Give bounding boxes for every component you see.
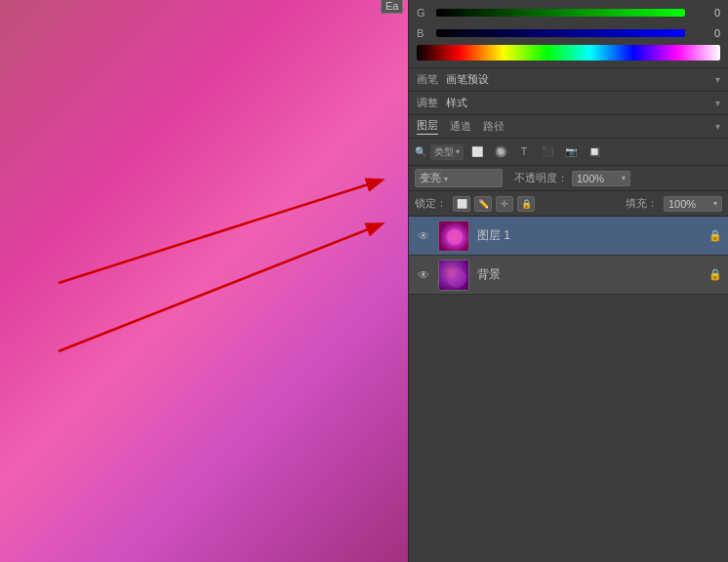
lock-row: 锁定： ⬜ ✏️ ✛ 🔒 填充： 100% ▾: [409, 191, 728, 217]
layer1-thumbnail: [438, 221, 469, 252]
layers-panel: 图层 通道 路径 ▾ 🔍 类型 ▾ ⬜ 🔘 T ⬛ 📷 🔲: [409, 115, 728, 562]
canvas-area: [0, 0, 408, 562]
lock-icons-group: ⬜ ✏️ ✛ 🔒: [453, 196, 535, 212]
filter-adj-btn[interactable]: 🔘: [491, 143, 510, 161]
lock-label: 锁定：: [415, 196, 447, 211]
filter-smart-btn[interactable]: 📷: [561, 143, 581, 161]
opacity-label: 不透明度：: [514, 171, 568, 185]
fill-arrow: ▾: [713, 199, 717, 208]
layers-panel-collapse[interactable]: ▾: [715, 121, 720, 132]
ea-badge: Ea: [381, 0, 403, 14]
fill-input[interactable]: 100% ▾: [664, 196, 722, 212]
green-value: 0: [691, 7, 720, 19]
green-slider[interactable]: [436, 9, 685, 17]
blend-mode-select[interactable]: 变亮 ▾: [415, 169, 503, 187]
fill-label: 填充：: [626, 196, 658, 211]
canvas-background: [0, 0, 408, 562]
brush-label: 画笔: [417, 72, 438, 87]
background-lock-icon: 🔒: [708, 268, 722, 281]
tab-paths[interactable]: 路径: [483, 119, 505, 135]
filter-artboard-btn[interactable]: 🔲: [585, 143, 604, 161]
search-icon: 🔍: [415, 146, 426, 157]
blend-mode-row: 变亮 ▾ 不透明度： 100% ▾: [409, 166, 728, 191]
lock-position-btn[interactable]: ✏️: [474, 196, 492, 212]
layers-tabs-bar: 图层 通道 路径 ▾: [409, 115, 728, 139]
layer1-visibility-icon[interactable]: 👁: [415, 227, 432, 245]
brush-value[interactable]: 画笔预设: [446, 72, 489, 87]
blue-slider[interactable]: [436, 29, 685, 37]
opacity-arrow: ▾: [622, 174, 626, 182]
background-visibility-icon[interactable]: 👁: [415, 266, 432, 284]
adjust-collapse-icon[interactable]: ▾: [715, 98, 720, 108]
filter-image-btn[interactable]: ⬜: [467, 143, 487, 161]
lock-pixels-btn[interactable]: ⬜: [453, 196, 470, 212]
layers-toolbar: 🔍 类型 ▾ ⬜ 🔘 T ⬛ 📷 🔲: [409, 139, 728, 166]
adjust-value[interactable]: 样式: [446, 96, 467, 110]
color-section: G 0 B 0: [409, 0, 728, 68]
blend-dropdown-arrow: ▾: [444, 175, 448, 183]
background-name: 背景: [477, 266, 708, 283]
blue-channel-row: B 0: [417, 24, 720, 42]
blue-value: 0: [691, 27, 720, 39]
svg-point-5: [447, 229, 463, 245]
layer1-name: 图层 1: [477, 227, 708, 244]
svg-point-7: [447, 268, 466, 288]
filter-text-btn[interactable]: T: [514, 143, 534, 161]
brush-collapse-icon[interactable]: ▾: [715, 74, 720, 85]
lock-all-btn[interactable]: 🔒: [517, 196, 535, 212]
type-dropdown-arrow: ▾: [456, 147, 460, 156]
layer-row-background[interactable]: 👁 背景 🔒: [409, 256, 728, 295]
opacity-value-text: 100%: [577, 173, 604, 184]
color-spectrum-bar[interactable]: [417, 45, 720, 60]
type-selector[interactable]: 类型 ▾: [430, 144, 464, 160]
filter-shape-btn[interactable]: ⬛: [538, 143, 557, 161]
brush-section: 画笔 画笔预设 ▾: [409, 68, 728, 92]
layer-row-layer1[interactable]: 👁 图层 1 🔒: [409, 217, 728, 256]
blend-mode-value: 变亮: [420, 172, 441, 183]
layer1-lock-icon: 🔒: [708, 229, 722, 242]
opacity-input[interactable]: 100% ▾: [572, 171, 630, 186]
right-panel: G 0 B 0 画笔 画笔预设 ▾ 调整 样式 ▾: [408, 0, 728, 562]
green-label: G: [417, 7, 430, 19]
tab-layers[interactable]: 图层: [417, 118, 438, 135]
lock-artboard-btn[interactable]: ✛: [496, 196, 513, 212]
main-layout: G 0 B 0 画笔 画笔预设 ▾ 调整 样式 ▾: [0, 0, 728, 562]
green-channel-row: G 0: [417, 4, 720, 21]
type-label: 类型: [434, 145, 454, 159]
tab-channels[interactable]: 通道: [450, 119, 471, 135]
blue-label: B: [417, 27, 430, 39]
background-thumbnail: [438, 260, 469, 291]
fill-value-text: 100%: [668, 198, 696, 210]
adjust-section: 调整 样式 ▾: [409, 92, 728, 115]
adjust-label: 调整: [417, 96, 438, 110]
